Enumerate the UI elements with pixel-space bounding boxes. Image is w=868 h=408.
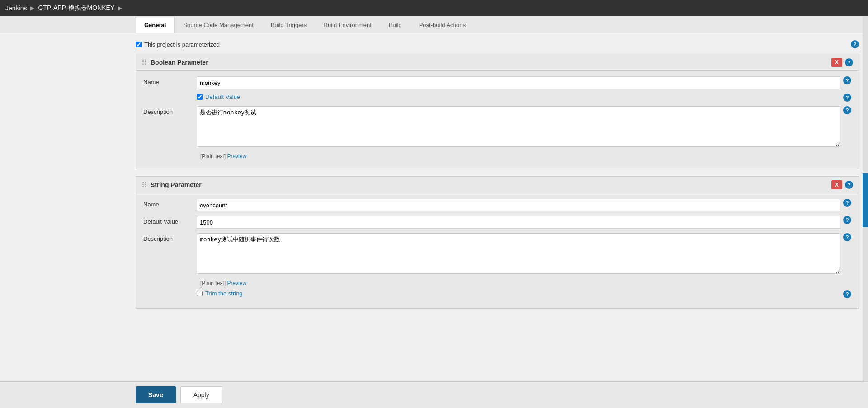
boolean-default-value-label[interactable]: Default Value [205, 94, 240, 100]
boolean-desc-row: Description 是否进行monkey测试 ? [143, 106, 851, 147]
boolean-desc-textarea[interactable]: 是否进行monkey测试 [197, 106, 840, 147]
string-drag-handle[interactable]: ⠿ [142, 181, 147, 189]
boolean-drag-handle[interactable]: ⠿ [142, 58, 147, 67]
breadcrumb-arrow2: ▶ [118, 5, 122, 11]
string-name-row: Name ? [143, 199, 851, 211]
parameterized-help-icon[interactable]: ? [851, 40, 859, 48]
string-desc-textarea[interactable]: monkey测试中随机事件得次数 [197, 233, 840, 274]
tab-source-code[interactable]: Source Code Management [175, 17, 262, 33]
tabs-container: General Source Code Management Build Tri… [0, 16, 868, 33]
string-default-row: Default Value ? [143, 216, 851, 229]
boolean-param-header-right: X ? [831, 58, 853, 67]
string-param-title: String Parameter [151, 181, 202, 188]
bottom-bar: Save Apply [0, 381, 868, 408]
boolean-param-title: Boolean Parameter [151, 59, 208, 66]
string-default-label: Default Value [143, 216, 193, 225]
boolean-param-help-icon[interactable]: ? [845, 58, 853, 66]
boolean-default-row: Default Value ? [143, 94, 851, 102]
scrollbar-thumb[interactable] [863, 173, 868, 227]
boolean-default-checkbox-row: Default Value [197, 94, 840, 100]
tab-build-triggers[interactable]: Build Triggers [262, 17, 315, 33]
tab-post-build[interactable]: Post-build Actions [410, 17, 474, 33]
string-param-form-body: Name ? Default Value ? Descripti [136, 193, 859, 308]
project-link[interactable]: GTP-APP-模拟器MONKEY [38, 4, 114, 12]
string-trim-row: Trim the string ? [143, 290, 851, 298]
scrollbar-track[interactable] [863, 16, 868, 408]
boolean-desc-wrap: 是否进行monkey测试 ? [197, 106, 851, 147]
string-default-wrap: ? [197, 216, 851, 229]
tab-build[interactable]: Build [380, 17, 410, 33]
boolean-name-wrap: ? [197, 76, 851, 89]
boolean-plain-text: [Plain text] [200, 153, 226, 159]
boolean-name-help-icon[interactable]: ? [843, 76, 851, 84]
string-trim-checkbox-row: Trim the string [197, 290, 840, 297]
jenkins-link[interactable]: Jenkins [5, 5, 27, 12]
tab-general[interactable]: General [136, 17, 175, 33]
boolean-plain-text-row: [Plain text] Preview [143, 151, 851, 163]
apply-button[interactable]: Apply [180, 386, 222, 403]
string-trim-label[interactable]: Trim the string [205, 290, 243, 297]
boolean-preview-link[interactable]: Preview [227, 153, 246, 159]
string-plain-text: [Plain text] [200, 280, 226, 286]
string-desc-wrap: monkey测试中随机事件得次数 ? [197, 233, 851, 274]
string-preview-link[interactable]: Preview [227, 280, 246, 286]
string-trim-label-empty [143, 290, 193, 292]
string-trim-wrap: Trim the string ? [197, 290, 851, 298]
boolean-desc-label: Description [143, 106, 193, 115]
parameterized-checkbox[interactable] [136, 42, 142, 47]
string-name-input[interactable] [197, 199, 840, 211]
content-area: This project is parameterized ? ⠿ Boolea… [0, 33, 868, 352]
boolean-default-label [143, 94, 193, 96]
boolean-name-input[interactable] [197, 76, 840, 89]
string-desc-label: Description [143, 233, 193, 242]
boolean-delete-button[interactable]: X [831, 58, 842, 67]
tab-build-environment[interactable]: Build Environment [315, 17, 380, 33]
boolean-default-checkbox[interactable] [197, 94, 203, 100]
string-param-block: ⠿ String Parameter X ? Name ? [136, 176, 859, 309]
string-plain-text-row: [Plain text] Preview [143, 278, 851, 290]
parameterized-row: This project is parameterized ? [136, 40, 859, 48]
string-param-header-right: X ? [831, 180, 853, 189]
breadcrumb-arrow1: ▶ [30, 5, 34, 11]
string-param-title-row: ⠿ String Parameter [142, 181, 202, 189]
main-content: General Source Code Management Build Tri… [0, 16, 868, 408]
string-name-help-icon[interactable]: ? [843, 199, 851, 207]
boolean-name-label: Name [143, 76, 193, 85]
string-trim-help-icon[interactable]: ? [843, 290, 851, 298]
string-name-wrap: ? [197, 199, 851, 211]
boolean-param-title-row: ⠿ Boolean Parameter [142, 58, 208, 67]
string-desc-row: Description monkey测试中随机事件得次数 ? [143, 233, 851, 274]
string-desc-help-icon[interactable]: ? [843, 233, 851, 241]
parameterized-label[interactable]: This project is parameterized [136, 41, 220, 48]
top-bar: Jenkins ▶ GTP-APP-模拟器MONKEY ▶ [0, 0, 868, 16]
string-delete-button[interactable]: X [831, 180, 842, 189]
save-button[interactable]: Save [136, 386, 176, 403]
boolean-default-help-icon[interactable]: ? [843, 94, 851, 102]
boolean-name-row: Name ? [143, 76, 851, 89]
string-default-help-icon[interactable]: ? [843, 216, 851, 224]
string-default-input[interactable] [197, 216, 840, 229]
string-trim-checkbox[interactable] [197, 291, 203, 296]
boolean-param-form-body: Name ? Default Value ? [136, 71, 859, 169]
boolean-desc-help-icon[interactable]: ? [843, 106, 851, 114]
boolean-param-header: ⠿ Boolean Parameter X ? [136, 54, 859, 71]
string-name-label: Name [143, 199, 193, 208]
boolean-param-block: ⠿ Boolean Parameter X ? Name ? [136, 54, 859, 169]
string-param-help-icon[interactable]: ? [845, 181, 853, 189]
boolean-default-wrap: Default Value ? [197, 94, 851, 102]
bottom-spacer [136, 316, 859, 343]
string-param-header: ⠿ String Parameter X ? [136, 177, 859, 193]
